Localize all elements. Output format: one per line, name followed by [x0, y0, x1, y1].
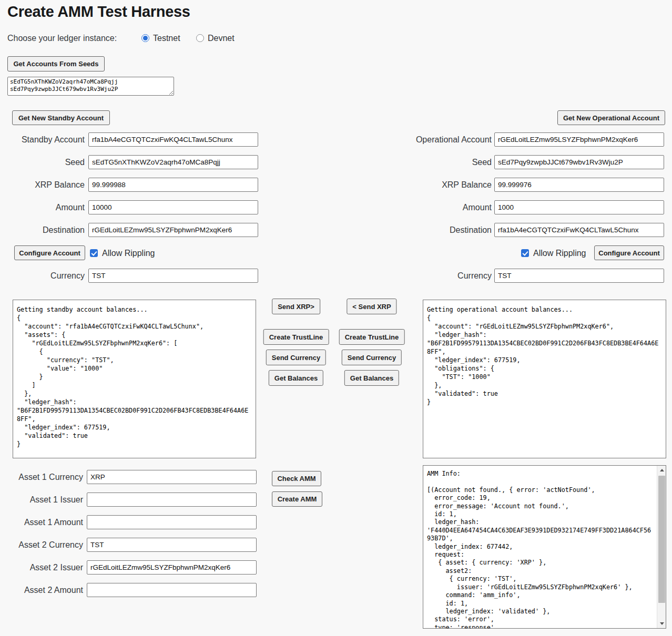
asset1-issuer-input[interactable]: [87, 493, 257, 507]
standby-account-input[interactable]: [88, 132, 258, 147]
get-accounts-from-seeds-button[interactable]: Get Accounts From Seeds: [7, 56, 105, 71]
standby-create-trustline-button[interactable]: Create TrustLine: [263, 329, 329, 345]
operational-amount-label: Amount: [318, 200, 492, 214]
testnet-radio[interactable]: [141, 34, 149, 42]
operational-allow-rippling-checkbox[interactable]: [521, 249, 529, 257]
standby-xrp-balance-input[interactable]: [88, 178, 258, 192]
operational-destination-input[interactable]: [494, 223, 664, 237]
amm-info-field[interactable]: AMM Info: [(Account not found., { error:…: [423, 465, 666, 629]
asset2-currency-label: Asset 2 Currency: [0, 538, 83, 552]
asset2-amount-input[interactable]: [87, 583, 257, 597]
standby-destination-label: Destination: [0, 223, 85, 237]
operational-seed-label: Seed: [318, 155, 492, 169]
standby-amount-input[interactable]: [88, 200, 258, 214]
operational-account-label: Operational Account: [318, 132, 492, 147]
standby-currency-label: Currency: [0, 269, 85, 283]
check-amm-button[interactable]: Check AMM: [272, 471, 321, 486]
operational-send-xrp-button[interactable]: < Send XRP: [347, 299, 396, 314]
amm-info-scrollbar[interactable]: [657, 466, 666, 628]
operational-send-currency-button[interactable]: Send Currency: [342, 350, 402, 365]
standby-amount-label: Amount: [0, 200, 85, 214]
asset2-issuer-input[interactable]: [87, 560, 257, 575]
standby-configure-account-button[interactable]: Configure Account: [14, 245, 85, 260]
asset1-currency-input[interactable]: [87, 470, 257, 484]
create-amm-button[interactable]: Create AMM: [272, 491, 322, 507]
asset2-amount-label: Asset 2 Amount: [0, 583, 83, 597]
asset1-amount-label: Asset 1 Amount: [0, 515, 83, 529]
asset2-issuer-label: Asset 2 Issuer: [0, 560, 83, 575]
standby-allow-rippling-checkbox[interactable]: [90, 249, 98, 257]
operational-allow-rippling-label[interactable]: Allow Rippling: [533, 248, 586, 259]
standby-seed-input[interactable]: [88, 155, 258, 169]
operational-amount-input[interactable]: [494, 200, 664, 214]
standby-results-field[interactable]: Getting standby account balances... { "a…: [13, 300, 256, 458]
standby-send-currency-button[interactable]: Send Currency: [266, 350, 326, 365]
standby-send-xrp-button[interactable]: Send XRP>: [272, 299, 320, 314]
standby-account-label: Standby Account: [0, 132, 85, 147]
operational-get-balances-button[interactable]: Get Balances: [344, 370, 399, 386]
standby-currency-input[interactable]: [88, 269, 258, 283]
operational-seed-input[interactable]: [494, 155, 664, 169]
scroll-down-icon[interactable]: [657, 619, 666, 628]
standby-seed-label: Seed: [0, 155, 85, 169]
operational-destination-label: Destination: [318, 223, 492, 237]
get-new-operational-account-button[interactable]: Get New Operational Account: [557, 110, 665, 125]
scrollbar-thumb[interactable]: [658, 476, 665, 603]
standby-destination-input[interactable]: [88, 223, 258, 237]
operational-currency-label: Currency: [318, 269, 492, 283]
operational-currency-input[interactable]: [494, 269, 664, 283]
seeds-textarea[interactable]: sEdTG5nXThKWZoV2aqrh47oMCa8Pqjj sEd7Pqy9…: [7, 77, 174, 96]
testnet-radio-label[interactable]: Testnet: [153, 33, 180, 44]
amm-test-harness-page: Create AMM Test Harness Choose your ledg…: [0, 0, 672, 636]
standby-get-balances-button[interactable]: Get Balances: [269, 370, 323, 386]
devnet-radio-label[interactable]: Devnet: [208, 33, 235, 44]
asset1-issuer-label: Asset 1 Issuer: [0, 493, 83, 507]
asset2-currency-input[interactable]: [87, 538, 257, 552]
asset1-currency-label: Asset 1 Currency: [0, 470, 83, 484]
standby-allow-rippling-label[interactable]: Allow Rippling: [102, 248, 155, 259]
ledger-instance-prompt: Choose your ledger instance:: [7, 33, 117, 44]
scroll-up-icon[interactable]: [657, 466, 666, 475]
operational-xrp-balance-input[interactable]: [494, 178, 664, 192]
operational-xrp-balance-label: XRP Balance: [318, 178, 492, 192]
operational-account-input[interactable]: [494, 132, 664, 147]
get-new-standby-account-button[interactable]: Get New Standby Account: [12, 110, 110, 125]
standby-xrp-balance-label: XRP Balance: [0, 178, 85, 192]
operational-configure-account-button[interactable]: Configure Account: [594, 245, 664, 260]
amm-info-text: AMM Info: [(Account not found., { error:…: [423, 466, 657, 628]
operational-results-field[interactable]: Getting operational account balances... …: [423, 300, 666, 458]
page-title: Create AMM Test Harness: [7, 3, 190, 20]
devnet-radio[interactable]: [196, 34, 204, 42]
asset1-amount-input[interactable]: [87, 515, 257, 529]
operational-create-trustline-button[interactable]: Create TrustLine: [339, 329, 405, 345]
